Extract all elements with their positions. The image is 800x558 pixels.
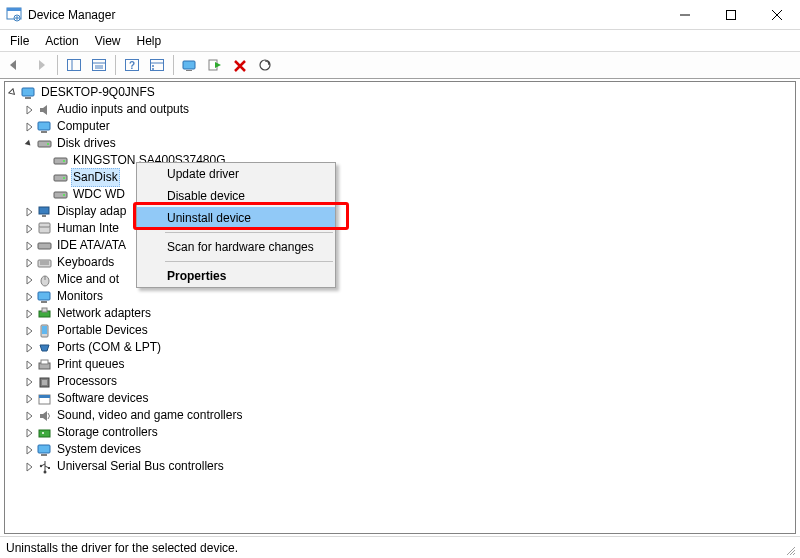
expand-icon[interactable] <box>21 306 37 322</box>
expand-icon[interactable] <box>21 119 37 135</box>
ctx-disable-device[interactable]: Disable device <box>137 185 335 207</box>
toolbar-separator <box>173 55 174 75</box>
help-button[interactable]: ? <box>120 53 144 77</box>
action-list-button[interactable] <box>145 53 169 77</box>
minimize-button[interactable] <box>662 0 708 30</box>
svg-rect-28 <box>54 175 67 181</box>
expand-icon[interactable] <box>21 221 37 237</box>
svg-rect-32 <box>39 207 49 214</box>
expand-icon[interactable] <box>21 238 37 254</box>
svg-rect-35 <box>39 223 50 227</box>
tree-item-portable[interactable]: Portable Devices <box>5 322 795 339</box>
hid-icon <box>37 221 53 237</box>
scan-hardware-button[interactable] <box>253 53 277 77</box>
device-tree-pane: DESKTOP-9Q0JNFS Audio inputs and outputs… <box>4 81 796 534</box>
ctx-properties[interactable]: Properties <box>137 265 335 287</box>
toolbar-separator <box>115 55 116 75</box>
svg-rect-36 <box>38 243 51 249</box>
tree-label: Keyboards <box>55 254 116 271</box>
tree-label: Portable Devices <box>55 322 150 339</box>
toolbar-separator <box>57 55 58 75</box>
svg-point-27 <box>63 160 65 162</box>
expand-icon[interactable] <box>21 425 37 441</box>
svg-rect-4 <box>68 60 81 71</box>
svg-rect-24 <box>38 141 51 147</box>
printer-icon <box>37 357 53 373</box>
enable-device-button[interactable] <box>203 53 227 77</box>
tree-item-audio[interactable]: Audio inputs and outputs <box>5 101 795 118</box>
forward-button[interactable] <box>29 53 53 77</box>
tree-item-network[interactable]: Network adapters <box>5 305 795 322</box>
expand-icon[interactable] <box>21 357 37 373</box>
svg-rect-53 <box>39 395 50 398</box>
svg-rect-22 <box>38 122 50 130</box>
tree-label: System devices <box>55 441 143 458</box>
device-tree[interactable]: DESKTOP-9Q0JNFS Audio inputs and outputs… <box>5 82 795 477</box>
resize-grip[interactable] <box>784 544 796 556</box>
back-button[interactable] <box>4 53 28 77</box>
svg-rect-42 <box>38 292 50 300</box>
tree-item-sysdev[interactable]: System devices <box>5 441 795 458</box>
expand-icon[interactable] <box>21 391 37 407</box>
expand-icon[interactable] <box>21 204 37 220</box>
tree-item-sound[interactable]: Sound, video and game controllers <box>5 407 795 424</box>
tree-label: DESKTOP-9Q0JNFS <box>39 84 157 101</box>
tree-label: Audio inputs and outputs <box>55 101 191 118</box>
expand-icon[interactable] <box>21 102 37 118</box>
expand-icon[interactable] <box>21 459 37 475</box>
close-button[interactable] <box>754 0 800 30</box>
expand-icon[interactable] <box>21 255 37 271</box>
tree-item-disk[interactable]: KINGSTON SA400S37480G <box>5 152 795 169</box>
ctx-uninstall-device[interactable]: Uninstall device <box>137 207 335 229</box>
audio-icon <box>37 102 53 118</box>
expand-icon[interactable] <box>21 272 37 288</box>
tree-item-softdev[interactable]: Software devices <box>5 390 795 407</box>
menu-view[interactable]: View <box>87 32 129 50</box>
window-title: Device Manager <box>28 8 662 22</box>
menu-file[interactable]: File <box>2 32 37 50</box>
portable-icon <box>37 323 53 339</box>
expand-icon[interactable] <box>21 408 37 424</box>
tree-item-monitors[interactable]: Monitors <box>5 288 795 305</box>
storage-icon <box>37 425 53 441</box>
tree-item-printq[interactable]: Print queues <box>5 356 795 373</box>
tree-item-processors[interactable]: Processors <box>5 373 795 390</box>
menu-action[interactable]: Action <box>37 32 86 50</box>
expand-icon[interactable] <box>21 340 37 356</box>
expand-icon[interactable] <box>21 442 37 458</box>
ctx-scan-hardware[interactable]: Scan for hardware changes <box>137 236 335 258</box>
tree-item-hid[interactable]: Human Inte <box>5 220 795 237</box>
tree-item-disk[interactable]: WDC WD <box>5 186 795 203</box>
ctx-update-driver[interactable]: Update driver <box>137 163 335 185</box>
tree-root[interactable]: DESKTOP-9Q0JNFS <box>5 84 795 101</box>
tree-label: Software devices <box>55 390 150 407</box>
menu-help[interactable]: Help <box>129 32 170 50</box>
tree-item-disk-selected[interactable]: SanDisk <box>5 169 795 186</box>
expand-icon[interactable] <box>21 323 37 339</box>
disk-icon <box>53 153 69 169</box>
disk-icon <box>53 170 69 186</box>
collapse-icon[interactable] <box>21 136 37 152</box>
uninstall-device-button[interactable] <box>228 53 252 77</box>
svg-point-25 <box>47 143 49 145</box>
expand-icon[interactable] <box>21 289 37 305</box>
tree-item-usb[interactable]: Universal Serial Bus controllers <box>5 458 795 475</box>
tree-item-disk-drives[interactable]: Disk drives <box>5 135 795 152</box>
maximize-button[interactable] <box>708 0 754 30</box>
expand-icon[interactable] <box>21 374 37 390</box>
tree-item-mice[interactable]: Mice and ot <box>5 271 795 288</box>
svg-point-59 <box>40 464 42 466</box>
show-hide-tree-button[interactable] <box>62 53 86 77</box>
ide-icon <box>37 238 53 254</box>
update-driver-button[interactable] <box>178 53 202 77</box>
tree-item-ide[interactable]: IDE ATA/ATA <box>5 237 795 254</box>
tree-item-keyboards[interactable]: Keyboards <box>5 254 795 271</box>
tree-item-ports[interactable]: Ports (COM & LPT) <box>5 339 795 356</box>
expand-icon[interactable] <box>5 85 21 101</box>
properties-button[interactable] <box>87 53 111 77</box>
tree-label: Storage controllers <box>55 424 160 441</box>
tree-item-computer[interactable]: Computer <box>5 118 795 135</box>
tree-item-storage[interactable]: Storage controllers <box>5 424 795 441</box>
tree-item-display[interactable]: Display adap <box>5 203 795 220</box>
svg-rect-56 <box>38 445 50 453</box>
